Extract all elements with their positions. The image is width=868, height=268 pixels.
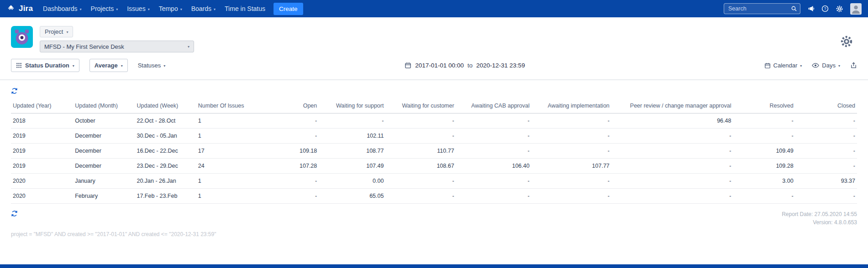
project-scope-button[interactable]: Project ▾ (40, 26, 73, 37)
cell: - (795, 189, 857, 204)
cell: 107.28 (264, 159, 319, 174)
project-avatar[interactable] (11, 26, 33, 48)
cell: 16.Dec - 22.Dec (135, 144, 196, 159)
nav-item-dashboards[interactable]: Dashboards▾ (38, 0, 86, 17)
cell: 110.77 (385, 144, 456, 159)
report-meta: Report Date: 27.05.2020 14:55 Version: 4… (782, 210, 857, 227)
chevron-down-icon: ▾ (214, 7, 216, 11)
footer-bar (0, 264, 868, 268)
cell: 109.18 (264, 144, 319, 159)
cell: - (456, 129, 531, 144)
cell: 108.77 (319, 144, 385, 159)
project-select[interactable]: MFSD - My First Service Desk ▾ (40, 41, 194, 52)
settings-gear-icon[interactable] (836, 5, 843, 13)
cell: 20.Jan - 26.Jan (135, 174, 196, 189)
column-header: Awaiting implementation (531, 98, 611, 113)
nav-items: Dashboards▾Projects▾Issues▾Tempo▾Boards▾… (38, 0, 270, 17)
nav-item-label: Dashboards (43, 5, 78, 12)
eye-icon (812, 63, 819, 68)
export-icon (850, 62, 857, 69)
cell: - (611, 129, 733, 144)
refresh-icon[interactable] (11, 88, 18, 94)
cell: 93.37 (795, 174, 857, 189)
cell: - (531, 129, 611, 144)
chevron-down-icon: ▾ (73, 64, 74, 68)
search-input[interactable] (724, 3, 800, 14)
cell: 1 (196, 189, 264, 204)
report-type-button[interactable]: Status Duration ▾ (11, 59, 79, 72)
jira-home-link[interactable]: Jira (6, 4, 33, 13)
nav-item-label: Boards (191, 5, 211, 12)
nav-item-time-in-status[interactable]: Time in Status (220, 0, 270, 17)
report-settings-gear-icon[interactable] (840, 35, 853, 50)
user-avatar[interactable] (850, 3, 862, 15)
report-type-label: Status Duration (25, 62, 69, 69)
nav-item-boards[interactable]: Boards▾ (187, 0, 220, 17)
search-icon[interactable] (791, 5, 797, 12)
cell: 30.Dec - 05.Jan (135, 129, 196, 144)
cell: - (611, 189, 733, 204)
cell: 22.Oct - 28.Oct (135, 113, 196, 129)
statuses-label: Statuses (138, 62, 161, 69)
refresh-icon[interactable] (11, 210, 18, 217)
report-version: Version: 4.8.0.653 (782, 218, 857, 227)
cell: 1 (196, 129, 264, 144)
date-range[interactable]: 2017-01-01 00:00 to 2020-12-31 23:59 (165, 62, 764, 69)
page-header: Project ▾ MFSD - My First Service Desk ▾ (0, 17, 868, 54)
cell: - (385, 113, 456, 129)
cell: 2020 (11, 189, 73, 204)
units-dropdown[interactable]: Days ▾ (812, 62, 840, 69)
nav-item-label: Projects (91, 5, 114, 12)
svg-text:?: ? (824, 6, 826, 11)
nav-item-label: Tempo (159, 5, 178, 12)
statuses-dropdown[interactable]: Statuses ▾ (138, 62, 166, 69)
aggregation-button[interactable]: Average ▾ (89, 59, 128, 72)
report-date: Report Date: 27.05.2020 14:55 (782, 210, 857, 218)
cell: 109.28 (733, 159, 795, 174)
calendar-icon (405, 62, 411, 69)
cell: - (385, 174, 456, 189)
help-icon[interactable]: ? (821, 5, 829, 12)
report-table-body: 2018October22.Oct - 28.Oct1-----96.48--2… (11, 113, 857, 204)
cell: - (264, 129, 319, 144)
cell: 102.11 (319, 129, 385, 144)
cell: 17 (196, 144, 264, 159)
calendar-dropdown[interactable]: Calendar ▾ (764, 62, 802, 69)
column-header: Updated (Year) (11, 98, 73, 113)
column-header: Resolved (733, 98, 795, 113)
navbar-search (724, 3, 800, 14)
announcement-icon[interactable] (807, 5, 815, 12)
cell: - (795, 159, 857, 174)
cell: - (264, 113, 319, 129)
cell: 2020 (11, 174, 73, 189)
chevron-down-icon: ▾ (66, 30, 68, 34)
calendar-icon (764, 62, 771, 69)
chevron-down-icon: ▾ (148, 7, 150, 11)
cell: - (611, 159, 733, 174)
cell: - (733, 189, 795, 204)
jql-query-text: project = "MFSD" AND created >= "2017-01… (11, 231, 857, 237)
create-button[interactable]: Create (274, 3, 303, 15)
nav-item-issues[interactable]: Issues▾ (122, 0, 154, 17)
column-header: Waiting for customer (385, 98, 456, 113)
chevron-down-icon: ▾ (188, 45, 189, 49)
cell: - (385, 129, 456, 144)
aggregation-label: Average (95, 62, 118, 69)
date-separator: to (468, 62, 473, 69)
jira-logo-icon (6, 4, 16, 13)
nav-item-tempo[interactable]: Tempo▾ (154, 0, 187, 17)
cell: 1 (196, 174, 264, 189)
toolbar-left-group: Status Duration ▾ Average ▾ Statuses ▾ (11, 59, 165, 72)
report-toolbar: Status Duration ▾ Average ▾ Statuses ▾ 2… (0, 54, 868, 79)
cell: - (456, 113, 531, 129)
date-to: 2020-12-31 23:59 (476, 62, 525, 69)
chevron-down-icon: ▾ (800, 64, 802, 68)
nav-item-projects[interactable]: Projects▾ (86, 0, 123, 17)
table-row: 2018October22.Oct - 28.Oct1-----96.48-- (11, 113, 857, 129)
table-row: 2019December16.Dec - 22.Dec17109.18108.7… (11, 144, 857, 159)
cell: 3.00 (733, 174, 795, 189)
table-header-row: Updated (Year)Updated (Month)Updated (We… (11, 98, 857, 113)
export-button[interactable] (850, 62, 857, 69)
cell: 108.67 (385, 159, 456, 174)
cell: - (531, 144, 611, 159)
